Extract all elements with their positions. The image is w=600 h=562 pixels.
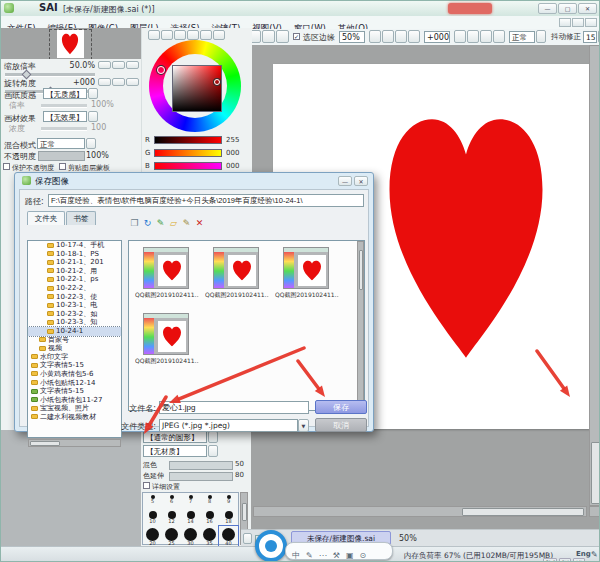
material-effect-dropdown[interactable]: 【无效果】 — [43, 111, 87, 122]
tree-item-10-23-1、电[interactable]: 10-23-1、电 — [28, 301, 121, 310]
nav-zoom-out-button[interactable] — [98, 61, 111, 69]
selection-clear-button[interactable] — [276, 30, 289, 43]
sv-cursor[interactable] — [214, 79, 220, 85]
edit-icon[interactable]: ✎ — [154, 218, 167, 228]
brush-size-30[interactable]: 30 — [181, 526, 200, 546]
new-file-icon[interactable]: ❐ — [128, 218, 141, 228]
file-item[interactable]: QQ截图2019102411... — [135, 313, 199, 373]
tree-item-10-24-1[interactable]: 10-24-1 — [28, 327, 121, 336]
tree-item-10-17-4、手机[interactable]: 10-17-4、手机 — [28, 241, 121, 250]
channel-slider-b[interactable] — [154, 162, 222, 170]
tree-item-10-23-3、知[interactable]: 10-23-3、知 — [28, 318, 121, 327]
file-item[interactable]: QQ截图2019102411... — [205, 247, 269, 307]
tree-item-小纸包贴纸12-14[interactable]: 小纸包贴纸12-14 — [28, 379, 121, 388]
canvas-hscrollbar-thumb[interactable] — [462, 508, 584, 516]
tree-item-10-23-2、如[interactable]: 10-23-2、如 — [28, 310, 121, 319]
tree-item-文字表情5-15[interactable]: 文字表情5-15 — [28, 387, 121, 396]
brush-panel-scrollbar-thumb[interactable] — [242, 503, 247, 521]
channel-slider-r[interactable] — [154, 136, 222, 144]
brush-size-20[interactable]: 20 — [143, 526, 162, 546]
cancel-button[interactable]: 取消 — [315, 418, 367, 432]
panel-icon[interactable]: ▣ — [346, 548, 354, 562]
zoom-fit-button[interactable] — [395, 30, 407, 43]
brush-size-18[interactable]: 18 — [219, 509, 238, 526]
tree-item-10-22-3、使[interactable]: 10-22-3、使 — [28, 293, 121, 302]
save-button[interactable]: 保存 — [315, 400, 367, 414]
brush-shape-dropdown[interactable]: 【通常的圆形】 — [143, 431, 207, 443]
mdi-restore-button[interactable] — [572, 18, 584, 27]
paint-mode-dropdown[interactable]: 正常 — [509, 31, 535, 43]
rotation-value-field[interactable]: +000° — [424, 31, 450, 43]
file-grid[interactable]: QQ截图2019102411...QQ截图2019102411...QQ截图20… — [128, 240, 365, 411]
nav-rotate-cw-button[interactable] — [112, 78, 125, 86]
zoom-value-field[interactable]: 50% — [339, 31, 365, 43]
brush-size-40[interactable]: 40 — [219, 526, 238, 546]
capture-app-icon[interactable] — [255, 530, 287, 562]
rotate-reset-button[interactable] — [493, 30, 505, 43]
brush-size-14[interactable]: 14 — [181, 509, 200, 526]
pen-icon[interactable]: ✎ — [306, 548, 313, 562]
navigator-preview[interactable] — [1, 28, 141, 59]
tree-item-文字表情5-15[interactable]: 文字表情5-15 — [28, 361, 121, 370]
brush-size-8[interactable]: 8 — [200, 493, 219, 509]
swatches-button[interactable] — [200, 30, 212, 40]
paper-texture-dropdown[interactable]: 【无质感】 — [43, 88, 87, 99]
tree-item-10-21-1、201[interactable]: 10-21-1、201 — [28, 258, 121, 267]
brush-size-10[interactable]: 10 — [143, 509, 162, 526]
nav-zoom-slider[interactable] — [5, 73, 95, 77]
zoom-reset-button[interactable] — [408, 30, 420, 43]
tree-item-小纸包表情包11-27[interactable]: 小纸包表情包11-27 — [28, 396, 121, 405]
brush-size-9[interactable]: 9 — [219, 493, 238, 509]
tree-item-小黄鸡表情包5-6[interactable]: 小黄鸡表情包5-6 — [28, 370, 121, 379]
new-folder-icon[interactable]: ▱ — [167, 218, 180, 228]
tree-item-二建水利视频教材[interactable]: 二建水利视频教材 — [28, 413, 121, 422]
close-button[interactable]: ✕ — [578, 3, 597, 14]
mdi-close-button[interactable] — [585, 18, 597, 27]
layer-menu-button[interactable] — [243, 533, 252, 544]
clipping-checkbox[interactable] — [59, 163, 66, 170]
minimize-button[interactable]: — — [538, 3, 557, 14]
brush-size-25[interactable]: 25 — [162, 526, 181, 546]
tab-folders[interactable]: 文件夹 — [27, 211, 65, 225]
nav-rotate-reset-button[interactable] — [126, 78, 139, 86]
zoom-in-button[interactable] — [382, 30, 394, 43]
paper-texture-expand-button[interactable] — [88, 88, 98, 99]
rgb-slider-button[interactable] — [161, 30, 173, 40]
brush-size-12[interactable]: 12 — [162, 509, 181, 526]
wrench-icon[interactable]: ⚒ — [333, 548, 340, 562]
material-effect-expand-button[interactable] — [88, 111, 98, 122]
blend-mode-expand-button[interactable] — [86, 138, 96, 149]
canvas-hscrollbar[interactable] — [253, 506, 587, 517]
brush-texture-dropdown[interactable]: 【无材质】 — [143, 445, 207, 457]
scratchpad-button[interactable] — [213, 30, 225, 40]
rename-icon[interactable]: ✎ — [180, 218, 193, 228]
color-mixer-button[interactable] — [187, 30, 199, 40]
selection-edge-checkbox[interactable]: ✓ — [293, 33, 300, 40]
advanced-settings-checkbox[interactable] — [143, 482, 150, 489]
brush-size-35[interactable]: 35 — [200, 526, 219, 546]
folder-tree[interactable]: 10-17-4、手机10-18-1、PS10-21-1、20110-21-2、用… — [27, 240, 122, 438]
rotate-cw-button[interactable] — [467, 30, 479, 43]
zoom-out-button[interactable] — [369, 30, 381, 43]
tree-item-10-18-1、PS[interactable]: 10-18-1、PS — [28, 250, 121, 259]
channel-slider-g[interactable] — [154, 149, 222, 157]
canvas-vscrollbar[interactable] — [589, 45, 600, 506]
more-icon[interactable]: ⋯ — [319, 548, 327, 562]
text-icon[interactable]: 中 — [292, 548, 300, 562]
brush-size-6[interactable]: 6 — [162, 493, 181, 509]
tree-hscrollbar[interactable] — [28, 439, 121, 447]
file-grid-scrollbar[interactable] — [357, 241, 364, 410]
delete-icon[interactable]: ✕ — [193, 218, 206, 228]
tree-item-10-22-2、[interactable]: 10-22-2、 — [28, 284, 121, 293]
tree-item-百家号[interactable]: 百家号 — [28, 336, 121, 345]
hue-cursor[interactable] — [157, 66, 165, 74]
filetype-dropdown-button[interactable]: ▼ — [298, 419, 309, 432]
brush-blend-slider[interactable] — [169, 461, 233, 470]
flip-button[interactable] — [480, 30, 492, 43]
selection-invert-button[interactable] — [262, 30, 275, 43]
brush-size-5[interactable]: 5 — [143, 493, 162, 509]
canvas-vscrollbar-thumb[interactable] — [591, 442, 600, 504]
tree-item-视频[interactable]: 视频 — [28, 344, 121, 353]
file-item[interactable]: QQ截图2019102411... — [135, 247, 199, 307]
brush-size-7[interactable]: 7 — [181, 493, 200, 509]
